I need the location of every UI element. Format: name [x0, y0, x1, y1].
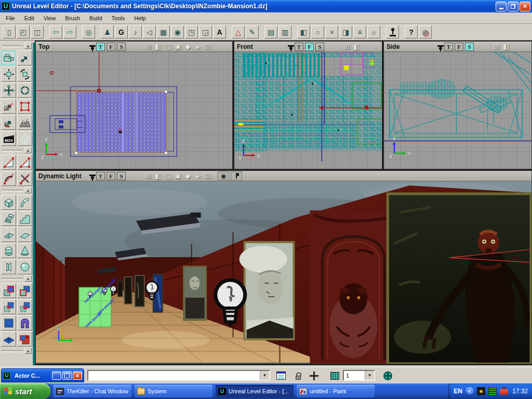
bsp-cuts-mode-button[interactable]: ▢	[163, 42, 173, 51]
view-mode-f-button[interactable]: F	[107, 43, 115, 51]
texture-usage-mode-button[interactable]: ◧	[153, 171, 163, 180]
linear-stairs-button[interactable]	[17, 211, 32, 226]
build-options-button[interactable]: ≡	[353, 25, 366, 38]
view-mode-s-button[interactable]: S	[117, 172, 126, 180]
start-button[interactable]: start	[0, 383, 50, 399]
menu-item-view[interactable]: View	[39, 14, 61, 22]
font-browser-button[interactable]: A	[213, 25, 226, 38]
hide-icons-chevron[interactable]: <	[466, 387, 474, 395]
scripted-texture-button[interactable]: ✎	[246, 25, 259, 38]
menu-item-edit[interactable]: Edit	[20, 14, 39, 22]
taskbar-clock[interactable]: 17:32	[512, 388, 528, 395]
2d-shape-b-button[interactable]	[17, 155, 32, 170]
graphics-app-tray-icon[interactable]: ★	[477, 387, 485, 395]
tessellated-sheet-button[interactable]	[1, 227, 16, 242]
add-volume-button[interactable]	[17, 331, 32, 347]
combo-dropdown-arrow[interactable]: ▼	[260, 371, 269, 380]
view-mode-s-button[interactable]: S	[117, 43, 126, 51]
brush-rotate-button[interactable]	[17, 66, 32, 82]
menu-item-brush[interactable]: Brush	[60, 14, 85, 22]
rotation-grid-button[interactable]	[382, 370, 393, 381]
toolbox-tray-icon[interactable]	[500, 389, 508, 395]
front-viewport-canvas[interactable]: ZXY	[234, 52, 382, 169]
wireframe-mode-button[interactable]: ◇	[482, 42, 491, 51]
view-mode-f-button[interactable]: F	[305, 43, 314, 51]
view-mode-f-button[interactable]: F	[107, 172, 115, 180]
actor-move-button[interactable]	[1, 83, 16, 98]
flat-shaded-mode-button[interactable]: ▣	[173, 42, 183, 51]
collapse-group-button[interactable]: ▲	[24, 147, 32, 153]
cylinder-button[interactable]	[1, 243, 16, 258]
collapse-group-button[interactable]: ▲	[24, 348, 32, 354]
static-mesh-browser-button[interactable]: ◲	[199, 25, 212, 38]
prefab-browser-button[interactable]: ◳	[185, 25, 198, 38]
matinee-button[interactable]: MOV	[1, 131, 16, 146]
volume-mixer-tray-icon[interactable]	[488, 387, 497, 395]
search-actors-button[interactable]: ◎	[82, 25, 95, 38]
wireframe-mode-button[interactable]: ◇	[134, 42, 143, 51]
language-indicator[interactable]: EN	[454, 388, 462, 395]
group-browser-button[interactable]: G	[115, 25, 128, 38]
flat-shaded-mode-button[interactable]: ▣	[173, 171, 183, 180]
side-viewport-canvas[interactable]: ZYX	[384, 52, 531, 169]
surface-properties-button[interactable]: ▥	[278, 25, 291, 38]
textured-mode-button[interactable]: ◆	[183, 42, 193, 51]
add-antiportal-button[interactable]	[1, 331, 16, 347]
csg-deintersect-button[interactable]	[17, 299, 32, 314]
texture-usage-mode-button[interactable]: ◧	[352, 42, 362, 51]
view-mode-f-button[interactable]: F	[455, 43, 463, 51]
actor-window-restore-button[interactable]	[52, 371, 61, 380]
undo-button[interactable]: ⇦	[49, 25, 62, 38]
taskbar-task-folder[interactable]: System	[135, 385, 212, 397]
2d-shape-editor-button[interactable]: △	[232, 25, 245, 38]
actor-class-browser-button[interactable]: ♟	[101, 25, 114, 38]
view-mode-t-button[interactable]: T	[96, 43, 105, 51]
dynamic-lit-mode-button[interactable]: ◈	[193, 171, 203, 180]
brush-snap-button[interactable]	[1, 99, 16, 114]
menu-item-help[interactable]: Help	[129, 14, 151, 22]
zone-portal-mode-button[interactable]: ⊞	[143, 42, 153, 51]
realtime-preview-button[interactable]: ◉	[218, 171, 229, 180]
perspective-viewport-canvas[interactable]: Z zone portal!! zone portal!! zone porta…	[36, 181, 531, 364]
mesh-browser-button[interactable]: ◉	[171, 25, 184, 38]
lock-selections-button[interactable]	[294, 370, 302, 381]
menu-item-tools[interactable]: Tools	[107, 14, 130, 22]
sound-browser-button[interactable]: ◁	[143, 25, 156, 38]
collapse-group-button[interactable]: ▲	[24, 43, 32, 49]
sheet-button[interactable]	[17, 227, 32, 242]
view-mode-t-button[interactable]: T	[444, 43, 453, 51]
view-mode-t-button[interactable]: T	[295, 43, 303, 51]
texture-browser-button[interactable]: ▦	[157, 25, 170, 38]
delete-clip-button[interactable]	[17, 171, 32, 186]
spiral-stairs-button[interactable]	[1, 211, 16, 226]
actor-window-close-button[interactable]: ×	[73, 371, 82, 380]
polygon-select-button[interactable]	[17, 99, 32, 114]
brush-transform-button[interactable]	[17, 131, 32, 146]
textured-mode-button[interactable]: ◆	[183, 171, 193, 180]
top-viewport-canvas[interactable]: YXZ	[36, 52, 232, 169]
build-changed-button[interactable]: ◨	[339, 25, 352, 38]
view-mode-s-button[interactable]: S	[315, 43, 324, 51]
find-actors-button[interactable]: ◎	[419, 25, 432, 38]
add-special-button[interactable]	[1, 315, 16, 330]
dynamic-lit-mode-button[interactable]: ◈	[193, 42, 203, 51]
window-titlebar[interactable]: U Unreal Level Editor - [C:\Documents an…	[0, 0, 532, 12]
depth-complexity-mode-button[interactable]: ⊡	[203, 42, 212, 51]
redo-button[interactable]: ⇨	[63, 25, 76, 38]
light-quality-button[interactable]: ☼	[367, 25, 380, 38]
close-button[interactable]: ×	[520, 2, 530, 11]
volumetric-button[interactable]	[1, 259, 16, 274]
actor-class-combobox[interactable]: ▼	[87, 370, 270, 381]
actor-rotate-button[interactable]	[17, 83, 32, 98]
csg-intersect-button[interactable]	[1, 299, 16, 314]
face-drag-button[interactable]	[1, 115, 16, 130]
menu-item-file[interactable]: File	[1, 14, 20, 22]
wireframe-mode-button[interactable]: ◇	[134, 171, 143, 180]
move-camera-button[interactable]	[309, 370, 319, 381]
zone-portal-mode-button[interactable]: ⊞	[143, 171, 153, 180]
taskbar-task-chat[interactable]: TheKiller - Chat Window	[54, 385, 131, 397]
open-map-button[interactable]: ◰	[17, 25, 30, 38]
texture-usage-mode-button[interactable]: ◧	[501, 42, 511, 51]
taskbar-task-unreal[interactable]: UUnreal Level Editor - [...	[216, 385, 294, 397]
save-map-button[interactable]: ◫	[31, 25, 44, 38]
